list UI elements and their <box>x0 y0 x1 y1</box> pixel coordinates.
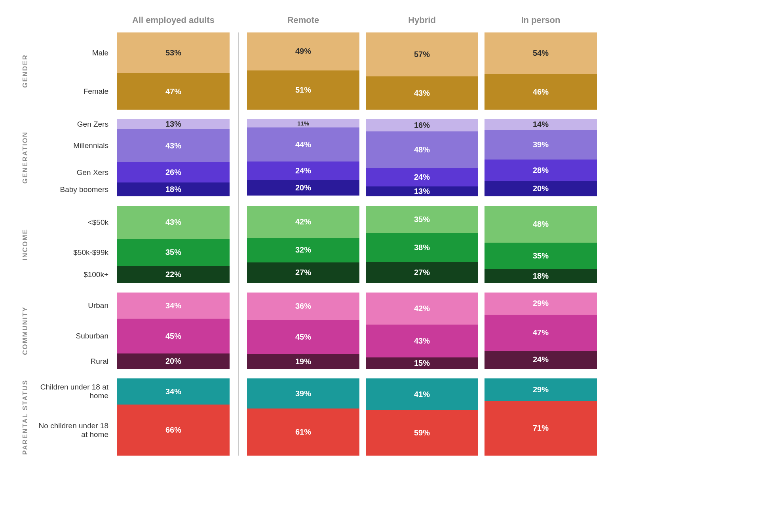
segment: 39% <box>484 130 597 160</box>
segment: 13% <box>366 186 478 196</box>
segment: 39% <box>247 378 359 408</box>
column-header: Hybrid <box>363 12 481 32</box>
row-labels: MaleFemale <box>35 32 114 110</box>
row-labels: <$50k$50k-$99k$100k+ <box>35 206 114 283</box>
group-gap <box>35 110 114 119</box>
group-label: GENDER <box>21 54 29 88</box>
segment: 16% <box>366 119 478 131</box>
group-gap <box>481 283 600 293</box>
segment: 35% <box>366 206 478 233</box>
segment: 41% <box>366 378 478 410</box>
group-gap <box>16 283 35 293</box>
segment: 18% <box>117 182 230 196</box>
segment: 46% <box>484 74 597 110</box>
group-gap <box>35 369 114 378</box>
segment: 27% <box>247 262 359 283</box>
segment: 45% <box>117 319 230 353</box>
segment: 14% <box>484 119 597 130</box>
segment: 45% <box>247 320 359 354</box>
group-gap <box>363 196 481 206</box>
group-gap <box>481 110 600 119</box>
segment: 49% <box>247 32 359 70</box>
divider-line <box>238 206 239 283</box>
stack: 54%46% <box>481 32 600 110</box>
segment: 20% <box>484 181 597 196</box>
segment: 34% <box>117 378 230 405</box>
segment: 22% <box>117 266 230 283</box>
segment: 54% <box>484 32 597 74</box>
divider-header <box>233 12 244 32</box>
demographic-stacked-chart: All employed adultsRemoteHybridIn person… <box>16 12 744 456</box>
stack: 29%47%24% <box>481 293 600 369</box>
group-gap <box>363 283 481 293</box>
segment: 71% <box>484 401 597 456</box>
group-label: GENERATION <box>21 131 29 184</box>
group-gap <box>481 196 600 206</box>
group-label-wrap: GENERATION <box>16 119 35 196</box>
stack: 48%35%18% <box>481 206 600 283</box>
stack: 42%32%27% <box>244 206 363 283</box>
segment: 38% <box>366 233 478 262</box>
row-label: $50k-$99k <box>35 239 114 266</box>
segment: 47% <box>484 315 597 351</box>
group-gap <box>244 110 363 119</box>
segment: 43% <box>366 76 478 110</box>
row-label: Millennials <box>35 129 114 162</box>
divider-line <box>238 32 239 110</box>
segment: 48% <box>366 131 478 168</box>
segment: 53% <box>117 32 230 73</box>
stack: 42%43%15% <box>363 293 481 369</box>
segment: 43% <box>366 325 478 357</box>
stack: 13%43%26%18% <box>114 119 233 196</box>
group-gap <box>114 283 233 293</box>
segment: 24% <box>247 162 359 180</box>
segment: 57% <box>366 32 478 76</box>
group-label-wrap: GENDER <box>16 32 35 110</box>
row-label: Children under 18 at home <box>35 378 114 405</box>
group-label: INCOME <box>21 229 29 260</box>
column-header: In person <box>481 12 600 32</box>
divider <box>233 196 244 206</box>
segment: 20% <box>247 180 359 196</box>
group-label: PARENTAL STATUS <box>21 380 29 455</box>
stack: 34%66% <box>114 378 233 456</box>
divider-line <box>238 293 239 369</box>
row-label: Suburban <box>35 319 114 353</box>
stack: 29%71% <box>481 378 600 456</box>
segment: 18% <box>484 269 597 283</box>
stack: 43%35%22% <box>114 206 233 283</box>
segment: 59% <box>366 410 478 456</box>
divider <box>233 32 244 110</box>
segment: 32% <box>247 238 359 262</box>
divider <box>233 119 244 196</box>
group-gap <box>114 196 233 206</box>
stack: 41%59% <box>363 378 481 456</box>
group-gap <box>244 283 363 293</box>
divider <box>233 206 244 283</box>
row-label: No children under 18 at home <box>35 405 114 456</box>
segment: 29% <box>484 378 597 401</box>
segment: 28% <box>484 160 597 181</box>
stack: 35%38%27% <box>363 206 481 283</box>
segment: 15% <box>366 357 478 369</box>
segment: 47% <box>117 73 230 110</box>
group-label-wrap: PARENTAL STATUS <box>16 378 35 456</box>
divider <box>233 378 244 456</box>
segment: 66% <box>117 405 230 456</box>
group-gap <box>363 369 481 378</box>
stack: 36%45%19% <box>244 293 363 369</box>
row-label: Male <box>35 32 114 73</box>
row-label: <$50k <box>35 206 114 239</box>
row-label: $100k+ <box>35 266 114 283</box>
group-gap <box>16 196 35 206</box>
group-gap <box>16 369 35 378</box>
segment: 29% <box>484 293 597 315</box>
segment: 43% <box>117 206 230 239</box>
row-label: Gen Zers <box>35 119 114 129</box>
row-label: Female <box>35 73 114 110</box>
column-header: Remote <box>244 12 363 32</box>
segment: 27% <box>366 262 478 283</box>
segment: 35% <box>117 239 230 266</box>
divider-line <box>238 119 239 196</box>
segment: 42% <box>247 206 359 238</box>
